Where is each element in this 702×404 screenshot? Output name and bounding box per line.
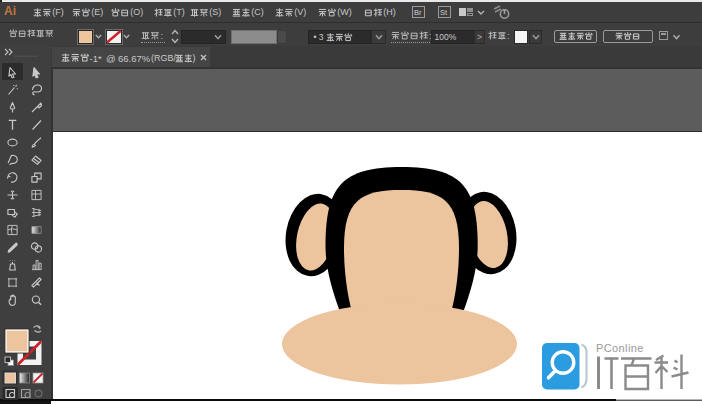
svg-text:PConline: PConline (596, 342, 644, 354)
